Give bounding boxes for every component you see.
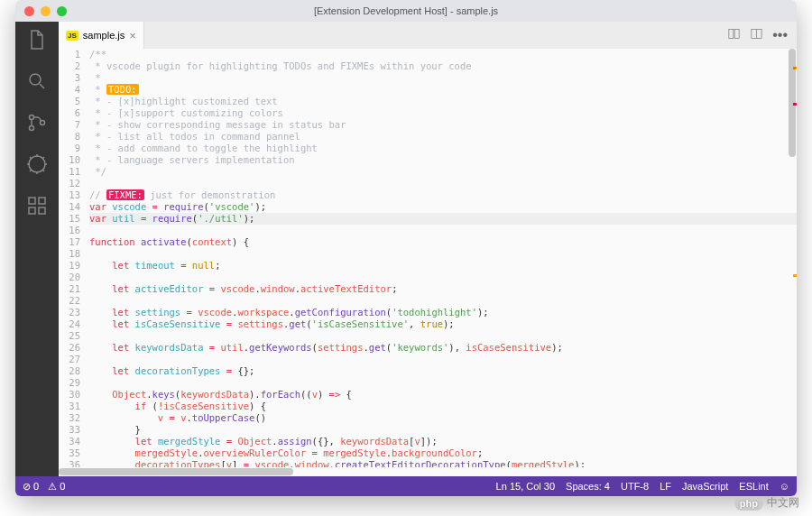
code-line[interactable]: */: [89, 166, 797, 178]
app-window: [Extension Development Host] - sample.js…: [15, 0, 797, 496]
activity-bar: [15, 22, 59, 476]
horizontal-scrollbar[interactable]: [59, 467, 797, 476]
status-bar: ⊘ 0 ⚠ 0 Ln 15, Col 30 Spaces: 4 UTF-8 LF…: [15, 476, 797, 496]
svg-point-2: [30, 126, 34, 131]
svg-rect-10: [734, 29, 739, 38]
svg-point-3: [41, 121, 45, 125]
line-number: 9: [59, 143, 80, 154]
tab-sample-js[interactable]: JS sample.js ×: [59, 22, 144, 49]
maximize-window-button[interactable]: [57, 6, 67, 16]
line-number: 13: [59, 189, 80, 201]
line-number: 36: [59, 459, 80, 467]
code-line[interactable]: let activeEditor = vscode.window.activeT…: [89, 283, 797, 295]
status-errors[interactable]: ⊘ 0: [23, 481, 39, 493]
svg-point-1: [30, 115, 34, 120]
code-line[interactable]: * - language servers implementation: [89, 154, 797, 166]
line-number: 33: [59, 424, 80, 436]
code-line[interactable]: [89, 225, 797, 236]
close-window-button[interactable]: [24, 6, 34, 16]
close-tab-icon[interactable]: ×: [129, 29, 136, 42]
vertical-scroll-thumb[interactable]: [789, 49, 796, 157]
explorer-icon[interactable]: [26, 29, 48, 54]
code-line[interactable]: mergedStyle.overviewRulerColor = mergedS…: [89, 447, 797, 459]
line-number: 19: [59, 260, 80, 272]
line-number: 4: [59, 84, 80, 96]
horizontal-scroll-thumb[interactable]: [59, 468, 293, 475]
code-line[interactable]: let timeout = null;: [89, 260, 797, 272]
status-warnings[interactable]: ⚠ 0: [48, 481, 65, 493]
code-line[interactable]: }: [89, 424, 797, 436]
body-area: JS sample.js × ••• 123456789101112131415…: [15, 22, 797, 476]
code-line[interactable]: /**: [89, 49, 797, 60]
line-number: 3: [59, 72, 80, 84]
more-actions-icon[interactable]: •••: [772, 27, 788, 44]
line-number: 27: [59, 354, 80, 365]
status-eslint[interactable]: ESLint: [739, 481, 768, 492]
code-line[interactable]: * - show corresponding message in status…: [89, 119, 797, 131]
compare-icon[interactable]: [727, 27, 741, 44]
titlebar[interactable]: [Extension Development Host] - sample.js: [15, 0, 797, 22]
line-number: 24: [59, 318, 80, 330]
line-number: 12: [59, 178, 80, 189]
minimize-window-button[interactable]: [41, 6, 51, 16]
code-content[interactable]: /** * vscode plugin for highlighting TOD…: [89, 49, 797, 467]
code-line[interactable]: let decorationTypes = {};: [89, 365, 797, 377]
code-line[interactable]: if (!isCaseSensitive) {: [89, 401, 797, 412]
status-cursor[interactable]: Ln 15, Col 30: [496, 481, 555, 492]
line-number: 31: [59, 401, 80, 412]
source-control-icon[interactable]: [26, 112, 48, 137]
svg-point-0: [30, 74, 41, 85]
watermark: php 中文网: [734, 495, 799, 511]
code-line[interactable]: let mergedStyle = Object.assign({}, keyw…: [89, 436, 797, 447]
code-line[interactable]: * - list all todos in command pannel: [89, 131, 797, 143]
status-language[interactable]: JavaScript: [682, 481, 728, 492]
code-line[interactable]: function activate(context) {: [89, 236, 797, 248]
code-line[interactable]: * TODO:: [89, 84, 797, 96]
code-line[interactable]: // FIXME: just for demonstration: [89, 189, 797, 201]
code-line[interactable]: let settings = vscode.workspace.getConfi…: [89, 307, 797, 318]
code-line[interactable]: v = v.toUpperCase(): [89, 412, 797, 424]
code-line[interactable]: [89, 272, 797, 283]
line-number: 25: [59, 330, 80, 342]
status-encoding[interactable]: UTF-8: [621, 481, 649, 492]
code-line[interactable]: Object.keys(keywordsData).forEach((v) =>…: [89, 389, 797, 401]
line-number: 30: [59, 389, 80, 401]
code-line[interactable]: [89, 377, 797, 389]
line-number: 29: [59, 377, 80, 389]
code-line[interactable]: [89, 354, 797, 365]
code-line[interactable]: * - [x]highlight customized text: [89, 96, 797, 107]
code-line[interactable]: let isCaseSensitive = settings.get('isCa…: [89, 318, 797, 330]
svg-rect-5: [29, 198, 35, 204]
code-line[interactable]: [89, 295, 797, 307]
code-line[interactable]: decorationTypes[v] = vscode.window.creat…: [89, 459, 797, 467]
code-line[interactable]: * - add command to toggle the highlight: [89, 143, 797, 154]
code-line[interactable]: * - [x]support customizing colors: [89, 107, 797, 119]
line-number: 10: [59, 154, 80, 166]
line-number: 5: [59, 96, 80, 107]
search-icon[interactable]: [26, 70, 48, 96]
code-line[interactable]: let keywordsData = util.getKeywords(sett…: [89, 342, 797, 354]
code-line[interactable]: [89, 330, 797, 342]
code-line[interactable]: [89, 248, 797, 260]
split-editor-icon[interactable]: [750, 27, 763, 44]
status-feedback-icon[interactable]: ☺: [780, 481, 789, 492]
code-line[interactable]: [89, 178, 797, 189]
code-line[interactable]: var vscode = require('vscode');: [89, 201, 797, 213]
extensions-icon[interactable]: [26, 195, 48, 220]
js-file-icon: JS: [66, 31, 78, 41]
window-title: [Extension Development Host] - sample.js: [314, 5, 498, 16]
svg-rect-6: [39, 198, 45, 204]
code-editor[interactable]: 1234567891011121314151617181920212223242…: [59, 49, 797, 467]
code-line[interactable]: var util = require('./util');: [89, 213, 797, 225]
code-line[interactable]: *: [89, 72, 797, 84]
code-line[interactable]: * vscode plugin for highlighting TODOs a…: [89, 60, 797, 72]
status-eol[interactable]: LF: [660, 481, 671, 492]
line-number: 23: [59, 307, 80, 318]
vertical-scrollbar[interactable]: [788, 49, 797, 467]
status-spaces[interactable]: Spaces: 4: [566, 481, 610, 492]
line-number: 8: [59, 131, 80, 143]
editor-actions: •••: [727, 27, 797, 44]
line-number: 32: [59, 412, 80, 424]
debug-icon[interactable]: [26, 153, 48, 179]
php-logo-icon: php: [734, 496, 763, 511]
